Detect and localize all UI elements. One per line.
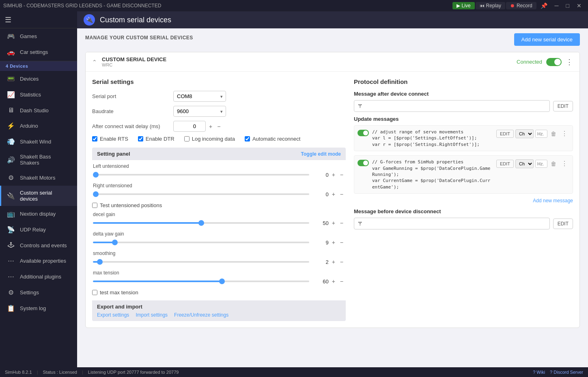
sidebar-item-games[interactable]: 🎮 Games [0,28,77,44]
maximize-button[interactable]: □ [563,1,573,11]
content: 🔌 Custom serial devices MANAGE YOUR CUST… [77,11,588,367]
import-settings-link[interactable]: Import settings [136,312,168,318]
message-1-toggle[interactable] [358,160,369,166]
msg-before-disconnect-input[interactable] [354,218,550,229]
wiki-link[interactable]: ? Wiki [533,370,545,375]
sidebar-item-car-settings[interactable]: 🚗 Car settings [0,44,77,60]
message-0-hz-input[interactable] [535,130,547,138]
msg-after-connect-edit[interactable]: EDIT [553,101,573,111]
slider-input-2[interactable] [93,222,309,224]
slider-2-decrement[interactable]: − [338,219,345,227]
wait-delay-input[interactable] [173,121,206,132]
serial-port-select[interactable]: COM8 [173,91,226,102]
slider-3-increment[interactable]: + [330,238,337,246]
close-button[interactable]: ✕ [573,1,585,11]
enable-rts-checkbox[interactable]: Enable RTS [92,136,128,142]
message-0-edit[interactable]: EDIT [496,130,514,138]
message-1-ch-select[interactable]: Ch [515,159,534,168]
slider-5-decrement[interactable]: − [338,277,345,285]
message-0-more[interactable]: ⋮ [560,129,569,138]
slider-4-decrement[interactable]: − [338,258,345,266]
sidebar-item-arduino[interactable]: ⚡ Arduino [0,118,77,134]
msg-before-disconnect-title: Message before device disconnect [354,208,573,214]
message-1-delete[interactable]: 🗑 [549,160,558,168]
enable-dtr-checkbox[interactable]: Enable DTR [138,136,174,142]
slider-1-increment[interactable]: + [330,190,337,198]
sidebar-item-devices[interactable]: 📟 Devices [0,71,77,87]
discord-link[interactable]: ? Discord Server [550,370,583,375]
sidebar-item-additional-plugins[interactable]: ⋯ Additional plugins [0,269,77,285]
live-button[interactable]: ▶ Live [452,2,475,9]
wait-delay-label: After connect wait delay (ms) [92,123,173,129]
export-title: Export and import [97,304,341,310]
slider-input-3[interactable] [93,242,309,243]
sidebar-item-custom-serial[interactable]: 🔌 Custom serial devices [0,186,77,206]
slider-3-decrement[interactable]: − [338,238,345,246]
sidebar-header: ☰ [0,11,77,28]
sidebar-item-statistics[interactable]: 📈 Statistics [0,87,77,103]
sidebar-item-shakelt-bass[interactable]: 🔊 ShakeIt Bass Shakers [0,150,77,170]
message-1-hz-input[interactable] [535,160,547,168]
message-0-ch-select[interactable]: Ch [515,129,534,138]
msg-before-disconnect-edit[interactable]: EDIT [553,218,573,229]
hamburger-icon[interactable]: ☰ [5,15,11,24]
games-icon: 🎮 [7,32,15,40]
slider-0-increment[interactable]: + [330,171,337,179]
record-button[interactable]: ⏺ Record [506,2,536,9]
slider-2-increment[interactable]: + [330,219,337,227]
sidebar-item-udp-relay[interactable]: 📡 UDP Relay [0,222,77,238]
sidebar-item-settings[interactable]: ⚙ Settings [0,285,77,300]
baudrate-select[interactable]: 9600 [173,106,226,117]
export-settings-link[interactable]: Export settings [97,312,129,318]
device-enable-toggle[interactable] [546,58,562,66]
settings-icon: ⚙ [7,289,15,296]
add-new-message-link[interactable]: Add new message [354,198,573,203]
slider-input-5[interactable] [93,281,309,282]
slider-value-2: 50 [312,220,329,226]
message-1-edit[interactable]: EDIT [496,160,514,168]
minimize-button[interactable]: ─ [551,1,562,11]
slider-value-1: 0 [312,191,329,197]
sidebar-item-nextion[interactable]: 📺 Nextion display [0,206,77,222]
freeze-settings-link[interactable]: Freeze/Unfreeze settings [174,312,228,318]
log-incoming-checkbox[interactable]: Log incoming data [184,136,235,142]
sidebar-item-controls-events[interactable]: 🕹 Controls and events [0,238,77,253]
slider-input-1[interactable] [93,193,309,195]
main-layout: ☰ 🎮 Games 🚗 Car settings 4 Devices 📟 Dev… [0,11,588,367]
add-serial-device-button[interactable]: Add new serial device [514,33,580,46]
message-1-more[interactable]: ⋮ [560,159,569,168]
test-max-tension-checkbox[interactable]: test max tension [92,289,346,296]
wait-delay-decrement[interactable]: − [215,122,222,131]
device-more-button[interactable]: ⋮ [566,58,573,66]
test-untensioned-checkbox[interactable]: Test untensioned positions [92,202,346,208]
slider-input-0[interactable] [93,174,309,176]
pin-button[interactable]: 📌 [537,1,551,11]
update-message-1: // G-forces from SimHub properties var G… [354,155,573,194]
slider-1-decrement[interactable]: − [338,190,345,198]
update-messages-title: Update messages [354,116,573,122]
msg-after-connect-input[interactable] [354,100,550,112]
sidebar-item-available-props[interactable]: ⋯ Available properties [0,253,77,269]
sidebar-item-dash-studio[interactable]: 🖥 Dash Studio [0,103,77,118]
slider-5-increment[interactable]: + [330,277,337,285]
sidebar-item-system-log[interactable]: 📋 System log [0,300,77,316]
message-0-delete[interactable]: 🗑 [549,130,558,138]
collapse-button[interactable]: ⌃ [92,59,97,65]
slider-4-increment[interactable]: + [330,258,337,266]
message-0-toggle[interactable] [358,130,369,136]
sidebar-item-shakelt-wind[interactable]: 💨 ShakeIt Wind [0,134,77,150]
motors-icon: ⚙ [7,174,15,182]
content-header-icon: 🔌 [84,14,95,26]
setting-panel-header: Setting panel Toggle edit mode [92,148,346,160]
slider-input-4[interactable] [93,261,309,263]
replay-button[interactable]: ⏮ Replay [476,2,505,9]
props-icon: ⋯ [7,257,15,265]
page-title: MANAGE YOUR CUSTOM SERIAL DEVICES [85,35,193,41]
sidebar-item-shakelt-motors[interactable]: ⚙ ShakeIt Motors [0,170,77,186]
slider-0-decrement[interactable]: − [338,171,345,179]
wait-delay-increment[interactable]: + [207,122,214,131]
auto-reconnect-checkbox[interactable]: Automatic reconnect [245,136,301,142]
toggle-edit-link[interactable]: Toggle edit mode [301,151,341,157]
serial-icon: 🔌 [7,192,15,200]
slider-label-5: max tension [93,270,345,276]
